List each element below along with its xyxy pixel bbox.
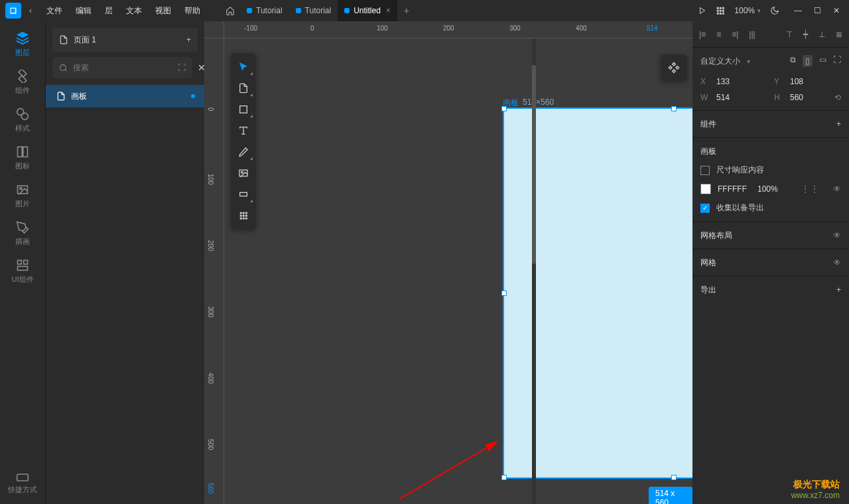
align-center-h-icon[interactable]: ≡ [716, 30, 721, 39]
window-maximize-icon[interactable]: ☐ [814, 6, 821, 15]
menu-text[interactable]: 文本 [119, 5, 149, 17]
sidebar-item-icons[interactable]: 图标 [15, 145, 30, 171]
visibility-off-icon[interactable]: 👁 [833, 231, 841, 240]
tool-palette [231, 53, 256, 229]
resize-handle[interactable] [501, 475, 507, 480]
apps-icon[interactable] [716, 6, 725, 15]
tab-close-icon[interactable]: × [386, 6, 391, 15]
collect-export-toggle[interactable]: ✓ 收集以备导出 [700, 202, 841, 214]
scrollbar-thumb[interactable] [532, 65, 536, 264]
sidebar-item-components[interactable]: 组件 [15, 70, 30, 95]
align-justify-icon[interactable]: ||| [749, 30, 755, 39]
app-logo[interactable]: ❑ [5, 3, 21, 19]
page-icon [59, 35, 68, 44]
tab-home[interactable] [220, 6, 240, 15]
svg-rect-4 [717, 10, 719, 12]
orientation-landscape-icon[interactable]: ▭ [819, 55, 826, 67]
more-options-icon[interactable]: ⋮⋮ [801, 184, 820, 194]
tool-image[interactable] [232, 163, 255, 183]
y-value[interactable]: 108 [790, 77, 803, 86]
resize-to-content-toggle[interactable]: 尺寸响应内容 [700, 164, 841, 176]
align-right-icon[interactable]: ≡| [732, 30, 738, 39]
window-minimize-icon[interactable]: — [794, 6, 802, 15]
tab-tutorial-1[interactable]: Tutorial [240, 0, 289, 21]
fill-row[interactable]: FFFFFF 100% ⋮⋮ 👁 [700, 184, 841, 194]
canvas[interactable]: -1000100200300400514 0100200300400500560… [204, 21, 692, 504]
page-selector[interactable]: 页面 1 + [52, 28, 198, 52]
x-value[interactable]: 133 [716, 77, 730, 86]
tab-untitled[interactable]: Untitled× [338, 0, 397, 21]
canvas-scrollbar[interactable] [532, 38, 536, 504]
svg-point-29 [241, 171, 243, 173]
tool-rectangle[interactable] [232, 99, 255, 119]
size-preset-select[interactable]: 自定义大小 [700, 56, 740, 67]
ruler-horizontal[interactable]: -1000100200300400514 [224, 21, 692, 38]
window-close-icon[interactable]: ✕ [833, 6, 840, 15]
menu-edit[interactable]: 编辑 [69, 5, 98, 17]
scan-icon[interactable]: ⛶ [178, 63, 186, 72]
expand-icon[interactable]: ⛶ [833, 55, 841, 67]
resize-handle[interactable] [671, 106, 677, 111]
visibility-icon[interactable]: 👁 [833, 184, 841, 194]
tab-tutorial-2[interactable]: Tutorial [289, 0, 338, 21]
tool-pen[interactable] [232, 142, 255, 162]
component-drag-button[interactable] [661, 54, 687, 81]
resize-handle[interactable] [501, 106, 507, 111]
svg-rect-16 [23, 147, 28, 157]
align-left-icon[interactable]: |≡ [699, 30, 706, 39]
sidebar-item-images[interactable]: 图片 [15, 183, 30, 209]
resize-handle[interactable] [671, 475, 677, 480]
menu-file[interactable]: 文件 [40, 5, 69, 17]
sidebar-item-shortcuts[interactable]: 快捷方式 [8, 473, 37, 495]
svg-marker-40 [673, 63, 676, 66]
align-top-icon[interactable]: ⊤ [786, 30, 793, 39]
fill-opacity-value[interactable]: 100% [757, 184, 778, 194]
add-component-icon[interactable]: + [836, 119, 841, 129]
tool-select[interactable] [232, 57, 255, 77]
resize-handle[interactable] [501, 290, 507, 296]
visibility-off-icon[interactable]: 👁 [833, 258, 841, 267]
sidebar-item-styles[interactable]: 样式 [15, 107, 30, 133]
menu-layer[interactable]: 层 [98, 5, 119, 17]
sidebar-item-ui-kits[interactable]: UI组件 [12, 259, 34, 284]
ruler-vertical[interactable]: 0100200300400500560 [204, 38, 224, 504]
sidebar-item-layers[interactable]: 图层 [15, 31, 30, 58]
zoom-select[interactable]: 100%▾ [734, 6, 761, 15]
svg-rect-36 [245, 215, 247, 217]
tab-add-button[interactable]: + [397, 5, 416, 16]
menu-help[interactable]: 帮助 [178, 5, 207, 17]
search-input[interactable] [73, 63, 172, 72]
lock-aspect-icon[interactable]: ⟲ [834, 93, 841, 102]
ruler-origin[interactable] [204, 21, 224, 38]
align-bottom-icon[interactable]: ⊥ [818, 30, 825, 39]
artboard-selected[interactable] [503, 107, 692, 479]
layer-item-artboard[interactable]: 画板 [46, 85, 204, 107]
search-icon [59, 64, 68, 72]
menu-view[interactable]: 视图 [149, 5, 178, 17]
h-value[interactable]: 560 [790, 93, 803, 102]
tool-slice[interactable] [232, 184, 255, 204]
chevron-down-icon[interactable]: ▾ [747, 58, 750, 65]
align-distribute-icon[interactable]: ≣ [836, 30, 842, 39]
sidebar-item-label: 图片 [15, 199, 30, 209]
play-icon[interactable] [698, 7, 706, 15]
fill-swatch[interactable] [700, 184, 711, 194]
tool-components[interactable] [232, 206, 255, 225]
layer-search[interactable]: ⛶ [52, 57, 192, 78]
orientation-portrait-icon[interactable]: ▯ [803, 55, 813, 67]
dark-mode-icon[interactable] [770, 6, 779, 15]
svg-rect-35 [243, 215, 245, 217]
tool-frame[interactable] [232, 78, 255, 98]
clip-content-icon[interactable]: ⧉ [790, 55, 796, 67]
fill-hex-value[interactable]: FFFFFF [718, 184, 747, 194]
section-title-grid: 网格 [700, 257, 716, 269]
align-middle-icon[interactable]: ┿ [803, 30, 808, 39]
w-value[interactable]: 514 [716, 93, 730, 102]
nav-back-icon[interactable]: ‹ [25, 6, 36, 15]
add-export-icon[interactable]: + [836, 285, 841, 294]
sidebar-item-illustrations[interactable]: 插画 [15, 221, 30, 247]
svg-rect-3 [722, 7, 724, 9]
tool-text[interactable] [232, 121, 255, 141]
add-page-icon[interactable]: + [186, 35, 191, 44]
layer-item-label: 画板 [71, 91, 87, 102]
